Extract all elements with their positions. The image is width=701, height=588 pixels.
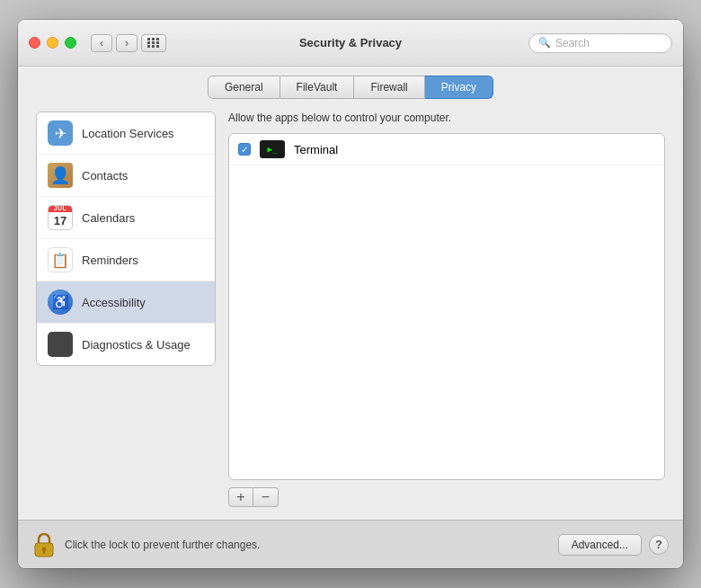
maximize-button[interactable]	[65, 37, 76, 49]
search-input[interactable]	[555, 37, 662, 49]
diagnostics-icon	[48, 332, 73, 357]
add-button[interactable]: +	[228, 487, 253, 507]
lock-icon[interactable]	[32, 531, 56, 558]
search-box[interactable]: 🔍	[528, 33, 672, 53]
app-name: Terminal	[294, 143, 338, 156]
checkbox-checked-icon: ✓	[238, 143, 251, 156]
location-services-icon: ✈	[48, 120, 73, 146]
advanced-button[interactable]: Advanced...	[558, 534, 642, 556]
cal-month: JUL	[48, 205, 73, 212]
search-icon: 🔍	[538, 37, 551, 49]
add-remove-bar: + −	[228, 487, 665, 507]
right-panel: Allow the apps below to control your com…	[228, 111, 665, 507]
close-button[interactable]	[29, 37, 40, 49]
tab-bar: General FileVault Firewall Privacy	[18, 67, 683, 99]
accessibility-icon: ♿	[48, 290, 73, 315]
sidebar-item-diagnostics[interactable]: Diagnostics & Usage	[37, 324, 215, 365]
app-checkbox[interactable]: ✓	[238, 143, 251, 156]
traffic-lights	[29, 37, 76, 49]
sidebar-item-label: Contacts	[82, 169, 128, 183]
grid-button[interactable]	[141, 34, 166, 52]
forward-button[interactable]: ›	[116, 34, 138, 52]
back-button[interactable]: ‹	[91, 34, 112, 52]
sidebar-item-calendars[interactable]: JUL 17 Calendars	[37, 197, 215, 239]
minimize-button[interactable]	[47, 37, 58, 49]
sidebar-item-label: Location Services	[82, 127, 174, 140]
sidebar-item-label: Diagnostics & Usage	[82, 338, 191, 352]
reminders-icon: 📋	[48, 247, 73, 272]
terminal-icon: ▶_	[260, 140, 285, 158]
sidebar-item-reminders[interactable]: 📋 Reminders	[37, 239, 215, 281]
grid-icon	[147, 38, 160, 48]
remove-button[interactable]: −	[253, 487, 279, 507]
window-title: Security & Privacy	[299, 36, 402, 49]
footer-lock-text: Click the lock to prevent further change…	[65, 539, 558, 551]
contacts-icon: 👤	[48, 163, 73, 188]
sidebar-item-accessibility[interactable]: ♿ Accessibility	[37, 281, 215, 324]
titlebar: ‹ › Security & Privacy 🔍	[18, 20, 683, 67]
sidebar-item-label: Reminders	[82, 254, 138, 267]
main-content: ✈ Location Services 👤 Contacts JUL 17	[18, 99, 683, 520]
panel-description: Allow the apps below to control your com…	[228, 111, 665, 124]
list-item[interactable]: ✓ ▶_ Terminal	[229, 134, 664, 165]
main-window: ‹ › Security & Privacy 🔍 General FileVau…	[18, 20, 683, 568]
tab-firewall[interactable]: Firewall	[354, 76, 424, 99]
nav-buttons: ‹ ›	[91, 34, 138, 52]
tab-filevault[interactable]: FileVault	[280, 76, 355, 99]
cal-day: 17	[49, 212, 72, 230]
tab-privacy[interactable]: Privacy	[425, 76, 493, 99]
terminal-prompt-char: ▶_	[268, 145, 278, 154]
sidebar-item-label: Calendars	[82, 211, 135, 225]
sidebar: ✈ Location Services 👤 Contacts JUL 17	[36, 111, 216, 366]
sidebar-item-location[interactable]: ✈ Location Services	[37, 112, 215, 155]
help-button[interactable]: ?	[649, 535, 669, 555]
content-area: ✈ Location Services 👤 Contacts JUL 17	[36, 111, 665, 507]
tab-general[interactable]: General	[208, 76, 280, 99]
sidebar-item-contacts[interactable]: 👤 Contacts	[37, 155, 215, 197]
svg-point-1	[42, 547, 47, 551]
app-list: ✓ ▶_ Terminal	[228, 133, 665, 480]
calendars-icon: JUL 17	[48, 205, 73, 230]
footer: Click the lock to prevent further change…	[18, 520, 683, 568]
sidebar-item-label: Accessibility	[82, 296, 146, 309]
